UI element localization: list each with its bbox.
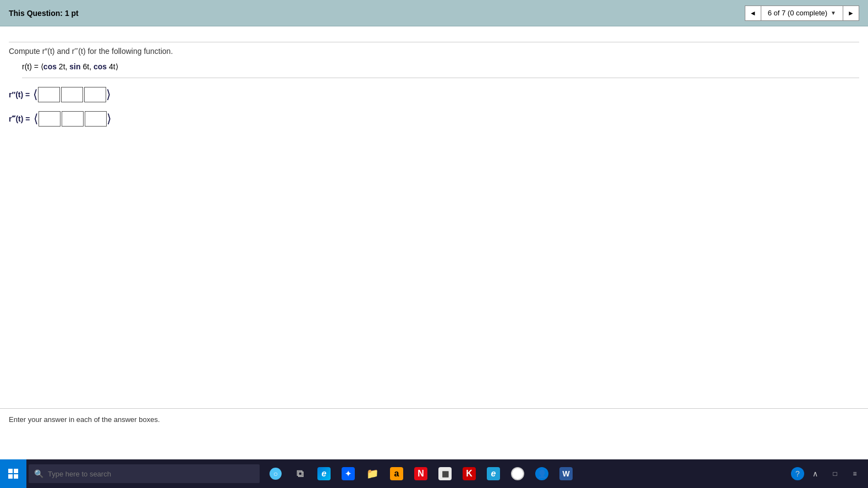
word-button[interactable]: W: [554, 459, 578, 488]
question-instruction: Compute r″(t) and r‴(t) for the followin…: [9, 47, 859, 56]
svg-rect-1: [14, 469, 18, 473]
ie-icon: e: [487, 467, 500, 480]
chevron-up-icon[interactable]: ∧: [806, 459, 824, 488]
dropbox-icon: ✦: [342, 467, 355, 480]
trig-cos4t: cos: [94, 62, 107, 71]
notification-icon[interactable]: ≡: [846, 459, 864, 488]
navigation-controls: ◄ 6 of 7 (0 complete) ▼ ►: [745, 6, 859, 21]
search-icon: 🔍: [34, 469, 43, 478]
amazon-icon: a: [390, 467, 403, 480]
task-view-button[interactable]: ⧉: [288, 459, 311, 488]
r3-input-2[interactable]: [62, 111, 84, 127]
taskbar-search-bar[interactable]: 🔍: [29, 464, 260, 483]
r2-close-bracket: ⟩: [106, 89, 111, 101]
next-question-button[interactable]: ►: [843, 6, 859, 21]
svg-rect-2: [8, 474, 13, 479]
ie-button[interactable]: e: [482, 459, 505, 488]
r2-inputs: [38, 87, 106, 102]
question-label: This Question: 1 pt: [9, 9, 79, 18]
user-app-button[interactable]: 👤: [530, 459, 553, 488]
svg-rect-0: [8, 469, 13, 473]
folder-button[interactable]: 📁: [361, 459, 384, 488]
chrome-icon: ⊕: [511, 467, 524, 480]
start-button[interactable]: [0, 459, 26, 488]
r3-close-bracket: ⟩: [107, 113, 112, 125]
user-app-icon: 👤: [535, 467, 548, 480]
r2-input-2[interactable]: [61, 87, 83, 102]
question-header: This Question: 1 pt ◄ 6 of 7 (0 complete…: [0, 0, 868, 26]
taskbar-icons-area: ○ ⧉ e ✦ 📁 a N ▦ K e ⊕ �: [264, 459, 578, 488]
calculator-button[interactable]: ▦: [433, 459, 457, 488]
help-button[interactable]: ?: [791, 467, 804, 480]
dropbox-button[interactable]: ✦: [337, 459, 360, 488]
windows-icon: [8, 468, 19, 479]
word-icon: W: [559, 467, 573, 480]
netflix-button[interactable]: N: [409, 459, 432, 488]
r2-input-3[interactable]: [84, 87, 106, 102]
r3-open-bracket: ⟨: [34, 113, 39, 125]
function-r-label: r(t) = ⟨: [22, 62, 43, 71]
r3-input-3[interactable]: [85, 111, 107, 127]
k-app-icon: K: [463, 467, 476, 480]
nav-progress-display: 6 of 7 (0 complete) ▼: [761, 6, 843, 21]
question-label-area: This Question: 1 pt: [9, 9, 79, 18]
netflix-icon: N: [414, 467, 427, 480]
system-tray-icon: □: [826, 459, 844, 488]
function-display: r(t) = ⟨cos 2t, sin 6t, cos 4t⟩: [22, 62, 859, 78]
edge-icon: e: [317, 467, 331, 480]
top-separator: [9, 42, 859, 42]
prev-question-button[interactable]: ◄: [745, 6, 761, 21]
amazon-button[interactable]: a: [385, 459, 408, 488]
cortana-icon: ○: [270, 468, 282, 480]
k-app-button[interactable]: K: [458, 459, 481, 488]
svg-rect-3: [14, 474, 18, 479]
cortana-button[interactable]: ○: [264, 459, 287, 488]
edge-button[interactable]: e: [312, 459, 336, 488]
taskbar-right-area: ? ∧ □ ≡: [791, 459, 868, 488]
trig-sin6t: sin: [69, 62, 80, 71]
task-view-icon: ⧉: [293, 467, 306, 480]
folder-icon: 📁: [366, 467, 379, 480]
r3-label: r‴(t) =: [9, 114, 30, 123]
footer-instruction: Enter your answer in each of the answer …: [0, 408, 868, 430]
taskbar-search-input[interactable]: [48, 470, 254, 478]
r2-answer-row: r″(t) = ⟨ ⟩: [9, 87, 859, 102]
chrome-button[interactable]: ⊕: [506, 459, 529, 488]
r2-label: r″(t) =: [9, 90, 30, 99]
r3-input-1[interactable]: [39, 111, 61, 127]
r2-open-bracket: ⟨: [33, 89, 38, 101]
taskbar: 🔍 ○ ⧉ e ✦ 📁 a N ▦ K e: [0, 459, 868, 488]
main-content-area: Compute r″(t) and r‴(t) for the followin…: [0, 26, 868, 146]
nav-dropdown-arrow: ▼: [831, 10, 836, 16]
trig-cos2t: cos: [43, 62, 57, 71]
r3-answer-row: r‴(t) = ⟨ ⟩: [9, 111, 859, 127]
r3-inputs: [39, 111, 107, 127]
calculator-icon: ▦: [438, 467, 452, 480]
r2-input-1[interactable]: [38, 87, 60, 102]
